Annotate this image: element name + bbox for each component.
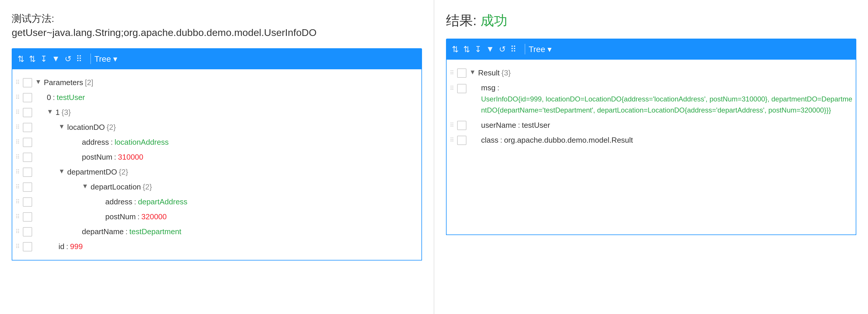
toggle-icon[interactable]: ▼ — [82, 181, 88, 191]
node-key: Result — [478, 67, 500, 78]
drag-handle: ⠿ — [446, 121, 457, 129]
collapse-all-icon[interactable]: ⇅ — [463, 44, 470, 54]
checkbox[interactable] — [23, 227, 32, 237]
drag-icon: ⠿ — [76, 54, 82, 64]
node-value: 320000 — [141, 211, 167, 222]
tree-mode-label: Tree ▾ — [94, 54, 117, 64]
checkbox[interactable] — [457, 136, 466, 145]
drag-handle: ⠿ — [12, 138, 23, 147]
node-key: locationDO — [67, 122, 105, 133]
node-value: testUser — [57, 92, 85, 103]
node-value: testDepartment — [129, 226, 181, 238]
result-title: 结果: 成功 — [446, 12, 856, 30]
node-meta: {2} — [143, 181, 152, 193]
sort-icon[interactable]: ↧ — [475, 44, 482, 54]
tree-row: ⠿ ▼ Parameters [2] — [12, 75, 422, 90]
sort-icon[interactable]: ↧ — [40, 54, 47, 64]
drag-handle: ⠿ — [12, 242, 23, 251]
drag-handle: ⠿ — [446, 136, 457, 145]
checkbox[interactable] — [23, 197, 32, 207]
expand-all-icon[interactable]: ⇅ — [18, 54, 24, 64]
drag-icon: ⠿ — [510, 44, 517, 54]
checkbox[interactable] — [23, 242, 32, 251]
tree-mode-button[interactable]: Tree ▾ — [94, 54, 117, 64]
tree-row: ⠿ address : departAddress — [12, 194, 422, 209]
left-panel: 测试方法: getUser~java.lang.String;org.apach… — [0, 0, 434, 314]
tree-row: ⠿ id : 999 — [12, 239, 422, 254]
tree-row: ⠿ class : org.apache.dubbo.demo.model.Re… — [446, 133, 856, 148]
checkbox[interactable] — [23, 167, 32, 177]
node-meta: {3} — [61, 107, 71, 118]
drag-handle: ⠿ — [12, 93, 23, 102]
tree-row: ⠿ userName : testUser — [446, 118, 856, 133]
tree-row: ⠿ address : locationAddress — [12, 135, 422, 150]
reset-icon[interactable]: ↺ — [65, 54, 71, 64]
expand-all-icon[interactable]: ⇅ — [452, 44, 459, 54]
drag-handle: ⠿ — [446, 84, 457, 93]
drag-handle: ⠿ — [12, 167, 23, 176]
checkbox[interactable] — [23, 138, 32, 147]
toggle-icon[interactable]: ▼ — [469, 67, 476, 77]
result-status: 成功 — [480, 13, 507, 28]
tree-row: ⠿ postNum : 310000 — [12, 150, 422, 165]
node-key: userName — [481, 120, 516, 131]
drag-handle: ⠿ — [12, 227, 23, 236]
toggle-icon[interactable]: ▼ — [35, 77, 41, 87]
tree-row: ⠿ 0 : testUser — [12, 90, 422, 105]
checkbox[interactable] — [23, 212, 32, 222]
drag-handle: ⠿ — [12, 108, 23, 117]
collapse-all-icon[interactable]: ⇅ — [29, 54, 36, 64]
reset-icon[interactable]: ↺ — [499, 44, 506, 54]
node-key: departmentDO — [67, 166, 117, 178]
node-key: departName — [82, 226, 124, 238]
tree-mode-button[interactable]: Tree ▾ — [529, 44, 552, 54]
tree-row: ⠿ ▼ 1 {3} — [12, 105, 422, 120]
left-tree-container: ⠿ ▼ Parameters [2] ⠿ 0 : testUser ⠿ ▼ 1 … — [12, 69, 422, 260]
node-value: locationAddress — [115, 136, 169, 148]
node-value: 999 — [70, 241, 83, 252]
checkbox[interactable] — [23, 108, 32, 117]
toolbar-separator — [90, 54, 91, 64]
node-key: id — [59, 241, 64, 252]
filter-icon[interactable]: ▼ — [52, 54, 60, 63]
tree-row: ⠿ ▼ Result {3} — [446, 65, 856, 81]
checkbox[interactable] — [457, 121, 466, 130]
drag-handle: ⠿ — [12, 153, 23, 161]
node-key: 0 — [47, 92, 51, 103]
node-key: postNum — [82, 152, 112, 163]
node-value: org.apache.dubbo.demo.model.Result — [504, 134, 633, 146]
tree-row: ⠿ departName : testDepartment — [12, 224, 422, 239]
checkbox[interactable] — [23, 78, 32, 87]
node-meta: {3} — [501, 67, 510, 78]
node-value: 310000 — [118, 152, 143, 163]
title-line2: getUser~java.lang.String;org.apache.dubb… — [12, 26, 422, 40]
filter-icon[interactable]: ▼ — [486, 44, 494, 54]
drag-handle: ⠿ — [12, 123, 23, 132]
checkbox[interactable] — [23, 93, 32, 102]
tree-mode-label: Tree ▾ — [529, 44, 552, 54]
tree-row: ⠿ postNum : 320000 — [12, 209, 422, 224]
checkbox[interactable] — [23, 153, 32, 162]
checkbox[interactable] — [23, 182, 32, 192]
title-line1: 测试方法: — [12, 12, 422, 26]
node-key: departLocation — [91, 181, 141, 193]
result-label: 结果: — [446, 13, 477, 28]
tree-row: ⠿ msg : UserInfoDO{id=999, locationDO=Lo… — [446, 81, 856, 118]
node-key: Parameters — [44, 77, 83, 88]
drag-handle: ⠿ — [446, 68, 457, 77]
node-key: msg — [481, 82, 495, 94]
checkbox[interactable] — [23, 123, 32, 132]
checkbox[interactable] — [457, 68, 466, 78]
tree-row: ⠿ ▼ departLocation {2} — [12, 180, 422, 194]
node-key: address — [82, 136, 109, 148]
node-meta: {2} — [119, 166, 128, 178]
toggle-icon[interactable]: ▼ — [59, 122, 65, 131]
drag-handle: ⠿ — [12, 182, 23, 191]
right-panel: 结果: 成功 ⇅ ⇅ ↧ ▼ ↺ ⠿ Tree ▾ ⠿ ▼ Result {3}… — [434, 0, 868, 314]
toggle-icon[interactable]: ▼ — [59, 166, 65, 176]
node-key: postNum — [105, 211, 136, 222]
drag-handle: ⠿ — [12, 78, 23, 87]
checkbox[interactable] — [457, 84, 466, 93]
node-meta: [2] — [85, 77, 93, 88]
toggle-icon[interactable]: ▼ — [47, 107, 53, 116]
